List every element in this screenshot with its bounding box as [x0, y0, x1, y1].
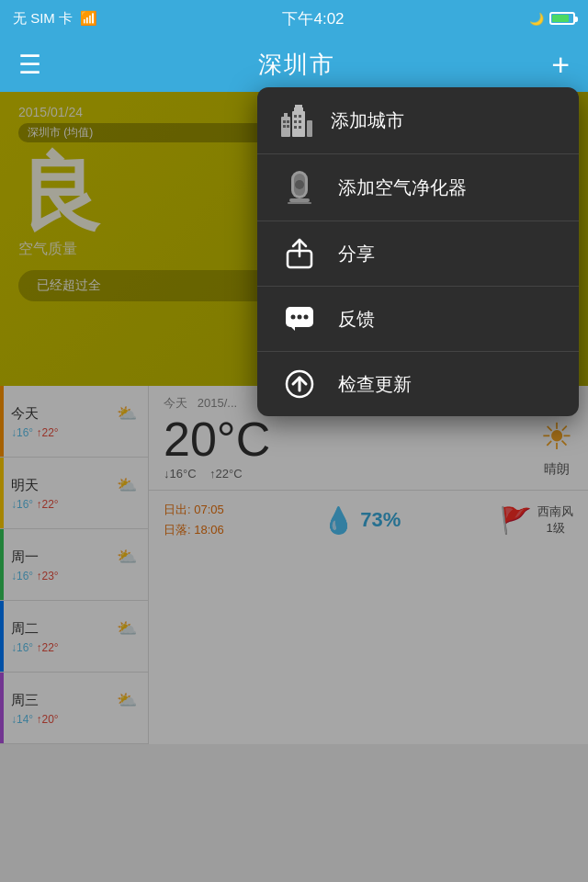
status-right: 🌙 — [529, 12, 575, 26]
menu-icon[interactable]: ☰ — [18, 50, 41, 80]
share-icon — [279, 238, 320, 269]
svg-rect-7 — [287, 120, 289, 123]
svg-rect-20 — [288, 202, 311, 204]
svg-rect-5 — [307, 120, 312, 137]
svg-point-24 — [298, 315, 302, 320]
purifier-icon — [279, 171, 320, 204]
svg-rect-4 — [295, 105, 302, 108]
svg-rect-12 — [294, 120, 297, 123]
svg-rect-11 — [299, 115, 301, 118]
svg-rect-10 — [294, 115, 297, 118]
svg-point-25 — [304, 315, 309, 320]
add-city-label: 添加城市 — [331, 108, 404, 133]
menu-item-add-purifier[interactable]: 添加空气净化器 — [257, 154, 579, 221]
check-update-label: 检查更新 — [338, 372, 412, 397]
status-time: 下午4:02 — [282, 8, 344, 29]
svg-rect-1 — [284, 113, 288, 117]
svg-rect-15 — [299, 126, 301, 129]
svg-marker-26 — [291, 327, 295, 331]
menu-item-add-city[interactable]: 添加城市 — [257, 87, 579, 154]
menu-item-check-update[interactable]: 检查更新 — [257, 352, 579, 416]
svg-rect-19 — [289, 198, 310, 202]
dropdown-menu: 添加城市 添加空气净化器 分享 — [257, 87, 579, 416]
feedback-icon — [279, 303, 320, 334]
menu-item-share[interactable]: 分享 — [257, 221, 579, 287]
header: ☰ 深圳市 + — [0, 37, 588, 92]
sim-status: 无 SIM 卡 — [13, 10, 73, 28]
city-title: 深圳市 — [258, 49, 335, 81]
moon-icon: 🌙 — [529, 12, 544, 26]
svg-rect-8 — [283, 125, 286, 128]
status-left: 无 SIM 卡 📶 — [13, 10, 97, 28]
share-label: 分享 — [338, 242, 375, 266]
svg-rect-14 — [294, 126, 297, 129]
city-icon — [279, 104, 312, 137]
wifi-icon: 📶 — [80, 10, 97, 27]
menu-item-feedback[interactable]: 反馈 — [257, 287, 579, 352]
svg-rect-6 — [283, 120, 286, 123]
svg-point-18 — [295, 180, 304, 189]
svg-rect-13 — [299, 120, 301, 123]
status-bar: 无 SIM 卡 📶 下午4:02 🌙 — [0, 0, 588, 37]
add-purifier-label: 添加空气净化器 — [338, 175, 467, 200]
battery-icon — [549, 12, 575, 25]
feedback-label: 反馈 — [338, 307, 375, 332]
update-icon — [279, 368, 320, 400]
svg-rect-9 — [287, 125, 289, 128]
svg-point-23 — [291, 315, 296, 320]
add-button[interactable]: + — [551, 47, 570, 83]
